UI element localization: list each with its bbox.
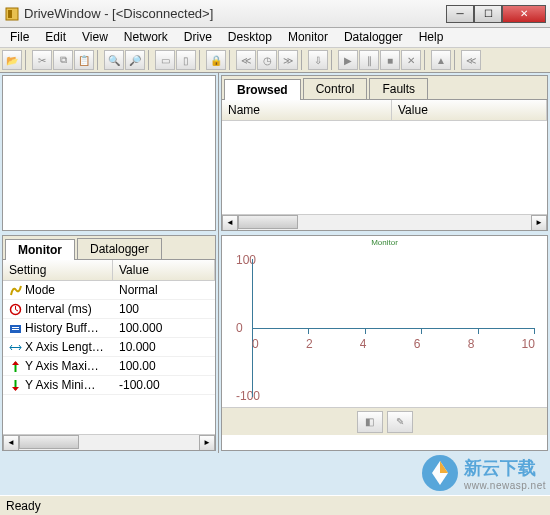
open-button[interactable]: 📂 bbox=[2, 50, 22, 70]
chart-xticks bbox=[252, 328, 535, 334]
watermark-logo-icon bbox=[420, 453, 460, 493]
separator bbox=[331, 50, 335, 70]
menu-view[interactable]: View bbox=[74, 28, 116, 47]
xaxis-icon bbox=[9, 341, 22, 354]
setting-label: X Axis Lengt… bbox=[25, 340, 104, 354]
lock-button[interactable]: 🔒 bbox=[206, 50, 226, 70]
menu-drive[interactable]: Drive bbox=[176, 28, 220, 47]
watermark-url: www.newasp.net bbox=[464, 480, 546, 491]
menu-file[interactable]: File bbox=[2, 28, 37, 47]
tab-faults[interactable]: Faults bbox=[369, 78, 428, 99]
rewind-fast-button[interactable]: ≪ bbox=[236, 50, 256, 70]
chart-toolbar: ◧ ✎ bbox=[222, 407, 547, 435]
separator bbox=[229, 50, 233, 70]
browse-scrollbar[interactable]: ◄ ► bbox=[222, 214, 547, 230]
interval-icon bbox=[9, 303, 22, 316]
setting-label: Y Axis Mini… bbox=[25, 378, 95, 392]
tab-control[interactable]: Control bbox=[303, 78, 368, 99]
tab-monitor[interactable]: Monitor bbox=[5, 239, 75, 260]
table-row[interactable]: Y Axis Maxi…100.00 bbox=[3, 357, 215, 376]
table-row[interactable]: Y Axis Mini…-100.00 bbox=[3, 376, 215, 395]
separator bbox=[97, 50, 101, 70]
pause-button[interactable]: ∥ bbox=[359, 50, 379, 70]
cancel-button[interactable]: ✕ bbox=[401, 50, 421, 70]
ymax-icon bbox=[9, 360, 22, 373]
setting-value: 100 bbox=[113, 300, 215, 318]
titlebar: DriveWindow - [<Disconnected>] ─ ☐ ✕ bbox=[0, 0, 550, 28]
left-tabrow: Monitor Datalogger bbox=[3, 236, 215, 260]
window2-button[interactable]: ▯ bbox=[176, 50, 196, 70]
chart-pane: Monitor 100 0 -100 0 2 4 6 8 bbox=[221, 235, 548, 451]
scroll-thumb[interactable] bbox=[19, 435, 79, 449]
svg-rect-1 bbox=[8, 10, 12, 18]
chart-tool1-button[interactable]: ◧ bbox=[357, 411, 383, 433]
scroll-right-icon[interactable]: ► bbox=[531, 215, 547, 231]
app-icon bbox=[4, 6, 20, 22]
browse-pane: Browsed Control Faults Name Value ◄ ► bbox=[221, 75, 548, 231]
status-text: Ready bbox=[6, 499, 41, 513]
window1-button[interactable]: ▭ bbox=[155, 50, 175, 70]
statusbar: Ready bbox=[0, 495, 550, 515]
chart-xlabels: 0 2 4 6 8 10 bbox=[252, 337, 535, 351]
settings-scrollbar[interactable]: ◄ ► bbox=[3, 434, 215, 450]
forward-fast-button[interactable]: ≫ bbox=[278, 50, 298, 70]
menu-desktop[interactable]: Desktop bbox=[220, 28, 280, 47]
cut-button[interactable]: ✂ bbox=[32, 50, 52, 70]
download-button[interactable]: ⇩ bbox=[308, 50, 328, 70]
tab-datalogger[interactable]: Datalogger bbox=[77, 238, 162, 259]
col-value[interactable]: Value bbox=[113, 260, 215, 280]
zoom-in-button[interactable]: 🔍 bbox=[104, 50, 124, 70]
menu-monitor[interactable]: Monitor bbox=[280, 28, 336, 47]
tree-pane bbox=[2, 75, 216, 231]
separator bbox=[25, 50, 29, 70]
maximize-button[interactable]: ☐ bbox=[474, 5, 502, 23]
col-value2[interactable]: Value bbox=[392, 100, 547, 120]
svg-rect-4 bbox=[12, 327, 19, 328]
right-tabrow: Browsed Control Faults bbox=[222, 76, 547, 100]
setting-value: 100.000 bbox=[113, 319, 215, 337]
setting-label: History Buff… bbox=[25, 321, 99, 335]
separator bbox=[454, 50, 458, 70]
col-setting[interactable]: Setting bbox=[3, 260, 113, 280]
window-title: DriveWindow - [<Disconnected>] bbox=[24, 6, 446, 21]
toolbar: 📂 ✂ ⧉ 📋 🔍 🔎 ▭ ▯ 🔒 ≪ ◷ ≫ ⇩ ▶ ∥ ■ ✕ ▲ ≪ bbox=[0, 48, 550, 73]
separator bbox=[199, 50, 203, 70]
play-button[interactable]: ▶ bbox=[338, 50, 358, 70]
table-row[interactable]: ModeNormal bbox=[3, 281, 215, 300]
copy-button[interactable]: ⧉ bbox=[53, 50, 73, 70]
table-row[interactable]: Interval (ms)100 bbox=[3, 300, 215, 319]
setting-value: 10.000 bbox=[113, 338, 215, 356]
menu-help[interactable]: Help bbox=[411, 28, 452, 47]
table-row[interactable]: X Axis Lengt…10.000 bbox=[3, 338, 215, 357]
menu-network[interactable]: Network bbox=[116, 28, 176, 47]
scroll-right-icon[interactable]: ► bbox=[199, 435, 215, 451]
scroll-left-icon[interactable]: ◄ bbox=[222, 215, 238, 231]
separator bbox=[424, 50, 428, 70]
menu-edit[interactable]: Edit bbox=[37, 28, 74, 47]
ymin-icon bbox=[9, 379, 22, 392]
minimize-button[interactable]: ─ bbox=[446, 5, 474, 23]
chart-tool2-button[interactable]: ✎ bbox=[387, 411, 413, 433]
setting-label: Interval (ms) bbox=[25, 302, 92, 316]
separator bbox=[148, 50, 152, 70]
zoom-out-button[interactable]: 🔎 bbox=[125, 50, 145, 70]
watermark: 新云下载 www.newasp.net bbox=[420, 453, 546, 493]
setting-value: -100.00 bbox=[113, 376, 215, 394]
settings-pane: Monitor Datalogger Setting Value ModeNor… bbox=[2, 235, 216, 451]
clock-button[interactable]: ◷ bbox=[257, 50, 277, 70]
menubar: File Edit View Network Drive Desktop Mon… bbox=[0, 28, 550, 48]
mode-icon bbox=[9, 284, 22, 297]
tab-browsed[interactable]: Browsed bbox=[224, 79, 301, 100]
stop-button[interactable]: ■ bbox=[380, 50, 400, 70]
close-button[interactable]: ✕ bbox=[502, 5, 546, 23]
scroll-thumb[interactable] bbox=[238, 215, 298, 229]
menu-datalogger[interactable]: Datalogger bbox=[336, 28, 411, 47]
paste-button[interactable]: 📋 bbox=[74, 50, 94, 70]
col-name[interactable]: Name bbox=[222, 100, 392, 120]
up-button[interactable]: ▲ bbox=[431, 50, 451, 70]
separator bbox=[301, 50, 305, 70]
setting-value: Normal bbox=[113, 281, 215, 299]
rewind-button[interactable]: ≪ bbox=[461, 50, 481, 70]
scroll-left-icon[interactable]: ◄ bbox=[3, 435, 19, 451]
table-row[interactable]: History Buff…100.000 bbox=[3, 319, 215, 338]
